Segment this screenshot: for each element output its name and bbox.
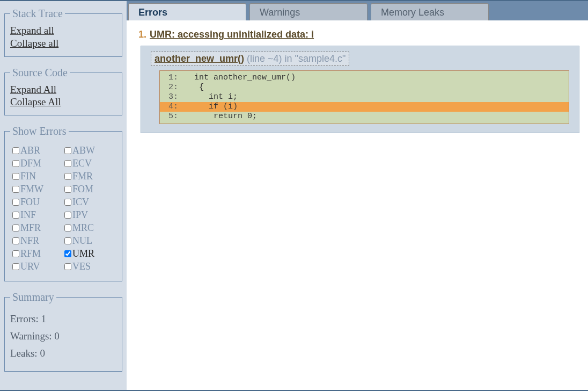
stack-frame-location: (line ~4) in "sample4.c" <box>244 53 346 64</box>
show-errors-legend: Show Errors <box>10 125 69 137</box>
code-line-highlighted: 4: if (i) <box>160 102 569 112</box>
error-filter-ecv[interactable]: ECV <box>64 158 114 169</box>
error-filter-fin[interactable]: FIN <box>12 171 62 182</box>
error-filter-checkbox-fin[interactable] <box>12 173 19 180</box>
error-filter-checkbox-inf[interactable] <box>12 212 19 219</box>
error-filter-label: ABR <box>20 145 40 156</box>
content-pane: 1.UMR: accessing uninitialized data: ian… <box>127 20 588 390</box>
error-filter-label: FIN <box>20 171 36 182</box>
source-snippet: 1: int another_new_umr()2: {3: int i;4: … <box>159 70 569 124</box>
code-line-text: int i; <box>185 92 238 102</box>
error-filter-label: FMW <box>20 184 43 195</box>
code-line-number: 1: <box>165 73 185 83</box>
main-area: ErrorsWarningsMemory Leaks 1.UMR: access… <box>127 1 588 390</box>
source-code-collapse-all[interactable]: Collapse All <box>10 96 116 108</box>
error-filter-rfm[interactable]: RFM <box>12 248 62 259</box>
error-filter-label: FMR <box>72 171 93 182</box>
error-title-link[interactable]: UMR: accessing uninitialized data: i <box>150 29 314 40</box>
error-filter-checkbox-abr[interactable] <box>12 147 19 154</box>
summary-leaks: Leaks: 0 <box>10 347 116 359</box>
error-filter-checkbox-abw[interactable] <box>64 147 71 154</box>
error-filter-dfm[interactable]: DFM <box>12 158 62 169</box>
summary-legend: Summary <box>10 291 56 303</box>
code-line-text: { <box>185 83 204 92</box>
error-filter-checkbox-fmw[interactable] <box>12 186 19 193</box>
code-line-text: if (i) <box>185 102 238 112</box>
stack-trace-panel: Stack Trace Expand all Collapse all <box>4 8 122 57</box>
error-filter-label: MFR <box>20 222 41 234</box>
error-filter-label: URV <box>20 261 40 272</box>
error-filter-label: ECV <box>72 158 92 169</box>
summary-errors: Errors: 1 <box>10 313 116 325</box>
error-filter-checkbox-urv[interactable] <box>12 263 19 270</box>
error-filter-ves[interactable]: VES <box>64 261 114 272</box>
tab-errors[interactable]: Errors <box>128 3 246 20</box>
error-filter-nul[interactable]: NUL <box>64 235 114 247</box>
summary-panel: Summary Errors: 1 Warnings: 0 Leaks: 0 <box>4 291 122 372</box>
error-filter-checkbox-fou[interactable] <box>12 199 19 206</box>
error-filter-checkbox-rfm[interactable] <box>12 250 19 257</box>
stack-trace-legend: Stack Trace <box>10 8 65 20</box>
error-filter-urv[interactable]: URV <box>12 261 62 272</box>
error-filter-inf[interactable]: INF <box>12 209 62 221</box>
error-filter-fmr[interactable]: FMR <box>64 171 114 182</box>
summary-warnings: Warnings: 0 <box>10 330 116 342</box>
code-line-text: return 0; <box>185 112 257 121</box>
error-filter-label: RFM <box>20 248 41 259</box>
tab-bar: ErrorsWarningsMemory Leaks <box>127 1 588 20</box>
error-filter-mfr[interactable]: MFR <box>12 222 62 234</box>
source-code-panel: Source Code Expand All Collapse All <box>4 67 122 116</box>
tab-memory-leaks[interactable]: Memory Leaks <box>371 3 489 20</box>
error-filter-icv[interactable]: ICV <box>64 197 114 208</box>
stack-trace-expand-all[interactable]: Expand all <box>10 24 116 37</box>
code-line: 2: { <box>160 83 569 92</box>
stack-frame-function-link[interactable]: another_new_umr() <box>155 53 244 64</box>
code-line-text: int another_new_umr() <box>185 73 296 83</box>
error-filter-label: IPV <box>72 209 88 221</box>
error-filter-checkbox-ecv[interactable] <box>64 160 71 167</box>
error-filter-checkbox-ves[interactable] <box>64 263 71 270</box>
error-filter-checkbox-mfr[interactable] <box>12 225 19 231</box>
error-filter-checkbox-icv[interactable] <box>64 199 71 206</box>
error-filter-abr[interactable]: ABR <box>12 145 62 156</box>
error-filter-umr[interactable]: UMR <box>64 248 114 259</box>
error-filter-checkbox-fmr[interactable] <box>64 173 71 180</box>
error-filter-label: NFR <box>20 235 39 247</box>
error-filter-checkbox-fom[interactable] <box>64 186 71 193</box>
error-detail-box: another_new_umr() (line ~4) in "sample4.… <box>141 46 579 133</box>
error-filter-label: FOU <box>20 197 40 208</box>
error-filter-label: MRC <box>72 222 94 234</box>
error-filter-checkbox-nul[interactable] <box>64 237 71 244</box>
error-number: 1. <box>138 29 146 40</box>
error-filter-fmw[interactable]: FMW <box>12 184 62 195</box>
error-filter-label: VES <box>72 261 91 272</box>
code-line-number: 3: <box>165 92 185 102</box>
tab-warnings[interactable]: Warnings <box>249 3 367 20</box>
error-filter-checkbox-ipv[interactable] <box>64 212 71 219</box>
error-filter-checkbox-dfm[interactable] <box>12 160 19 167</box>
show-errors-panel: Show Errors ABRABWDFMECVFINFMRFMWFOMFOUI… <box>4 125 122 281</box>
sidebar: Stack Trace Expand all Collapse all Sour… <box>0 1 127 390</box>
error-filter-label: DFM <box>20 158 41 169</box>
stack-trace-collapse-all[interactable]: Collapse all <box>10 37 116 50</box>
code-line-number: 2: <box>165 83 185 92</box>
stack-frame: another_new_umr() (line ~4) in "sample4.… <box>151 52 349 66</box>
error-filter-ipv[interactable]: IPV <box>64 209 114 221</box>
error-filter-label: ICV <box>72 197 89 208</box>
error-filter-label: INF <box>20 209 36 221</box>
error-filter-label: NUL <box>72 235 92 247</box>
error-filter-fom[interactable]: FOM <box>64 184 114 195</box>
code-line: 1: int another_new_umr() <box>160 73 569 83</box>
error-filter-checkbox-mrc[interactable] <box>64 225 71 231</box>
error-filter-checkbox-umr[interactable] <box>64 250 71 257</box>
error-filter-checkbox-nfr[interactable] <box>12 237 19 244</box>
code-line-number: 5: <box>165 112 185 121</box>
error-filter-nfr[interactable]: NFR <box>12 235 62 247</box>
code-line: 3: int i; <box>160 92 569 102</box>
error-filter-fou[interactable]: FOU <box>12 197 62 208</box>
code-line-number: 4: <box>165 102 185 112</box>
source-code-expand-all[interactable]: Expand All <box>10 83 116 96</box>
error-filter-abw[interactable]: ABW <box>64 145 114 156</box>
error-heading: 1.UMR: accessing uninitialized data: i <box>138 29 582 40</box>
error-filter-mrc[interactable]: MRC <box>64 222 114 234</box>
